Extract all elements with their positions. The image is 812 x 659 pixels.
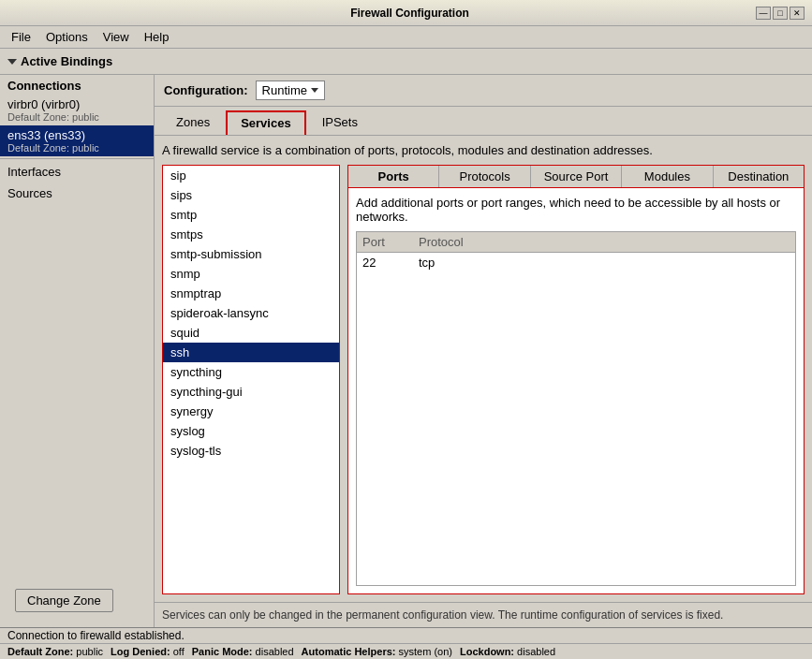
window-title: Firewall Configuration [64, 7, 756, 20]
lockdown-value: disabled [517, 646, 555, 657]
connection-zone-virbr0: Default Zone: public [7, 111, 146, 123]
menubar: File Options View Help [0, 26, 812, 49]
tab-ipsets[interactable]: IPSets [308, 110, 372, 135]
ports-tabs: Ports Protocols Source Port Modules Dest… [347, 165, 805, 188]
change-zone-button[interactable]: Change Zone [15, 589, 113, 612]
ports-tab-modules[interactable]: Modules [622, 166, 713, 187]
service-item-smtp[interactable]: smtp [163, 205, 339, 225]
tab-services[interactable]: Services [226, 110, 306, 135]
sidebar-divider [0, 158, 154, 159]
config-dropdown-value: Runtime [262, 83, 307, 97]
active-bindings-toggle[interactable]: Active Bindings [7, 54, 112, 68]
default-zone-status: Default Zone: public [7, 646, 103, 657]
service-item-sips[interactable]: sips [163, 185, 339, 205]
connection-name-ens33: ens33 (ens33) [7, 128, 146, 142]
menu-view[interactable]: View [96, 28, 137, 46]
menu-file[interactable]: File [4, 28, 38, 46]
minimize-button[interactable]: — [756, 7, 771, 20]
service-item-syncthing[interactable]: syncthing [163, 362, 339, 382]
default-zone-label: Default Zone: [7, 646, 73, 657]
service-item-synergy[interactable]: synergy [163, 402, 339, 421]
sidebar-connection-virbr0[interactable]: virbr0 (virbr0) Default Zone: public [0, 95, 154, 125]
table-row[interactable]: 22 tcp [357, 253, 795, 272]
service-item-sip[interactable]: sip [163, 166, 339, 185]
connection-zone-ens33: Default Zone: public [7, 142, 146, 154]
automatic-helpers-status: Automatic Helpers: system (on) [302, 646, 452, 657]
connections-header: Connections [0, 75, 154, 95]
content-area: A firewalld service is a combination of … [155, 136, 812, 602]
service-item-syslog[interactable]: syslog [163, 421, 339, 441]
menu-help[interactable]: Help [137, 28, 177, 46]
port-value: 22 [362, 256, 419, 270]
protocol-value: tcp [419, 256, 494, 270]
bottom-message: Services can only be changed in the perm… [155, 602, 812, 627]
titlebar: Firewall Configuration — □ ✕ [0, 0, 812, 26]
panic-mode-status: Panic Mode: disabled [192, 646, 294, 657]
right-content: Configuration: Runtime Zones Services IP… [155, 75, 812, 627]
ports-tab-destination[interactable]: Destination [714, 166, 804, 187]
ports-description: Add additional ports or port ranges, whi… [356, 196, 796, 224]
close-button[interactable]: ✕ [790, 7, 805, 20]
active-bindings-bar: Active Bindings [0, 49, 812, 75]
lockdown-label: Lockdown: [460, 646, 514, 657]
change-zone-area: Change Zone [0, 574, 154, 627]
automatic-helpers-label: Automatic Helpers: [302, 646, 396, 657]
service-item-snmp[interactable]: snmp [163, 264, 339, 284]
ports-table: Port Protocol 22 tcp [356, 231, 796, 586]
ports-tab-protocols[interactable]: Protocols [439, 166, 530, 187]
ports-panel: Ports Protocols Source Port Modules Dest… [347, 165, 805, 594]
panic-mode-value: disabled [256, 646, 294, 657]
default-zone-value: public [76, 646, 103, 657]
service-item-snmptrap[interactable]: snmptrap [163, 284, 339, 303]
ports-content: Add additional ports or port ranges, whi… [347, 188, 805, 594]
config-bar: Configuration: Runtime [155, 75, 812, 107]
menu-options[interactable]: Options [38, 28, 96, 46]
toggle-arrow-icon [7, 59, 17, 65]
col-header-protocol: Protocol [419, 235, 494, 249]
log-denied-status: Log Denied: off [111, 646, 185, 657]
config-dropdown[interactable]: Runtime [256, 81, 325, 100]
status-connection: Connection to firewalld established. [0, 627, 812, 643]
tab-zones[interactable]: Zones [162, 110, 224, 135]
status-bottom-bar: Default Zone: public Log Denied: off Pan… [0, 643, 812, 659]
services-description: A firewalld service is a combination of … [162, 143, 805, 157]
col-header-port: Port [362, 235, 419, 249]
connection-status-text: Connection to firewalld established. [7, 629, 185, 642]
automatic-helpers-value: system (on) [399, 646, 452, 657]
sidebar-item-sources[interactable]: Sources [0, 183, 154, 204]
connection-name-virbr0: virbr0 (virbr0) [7, 97, 146, 111]
services-ports-area: sip sips smtp smtps smtp-submission snmp… [162, 165, 805, 594]
sidebar: Connections virbr0 (virbr0) Default Zone… [0, 75, 155, 627]
window-controls: — □ ✕ [756, 7, 805, 20]
log-denied-value: off [173, 646, 185, 657]
service-item-syslog-tls[interactable]: syslog-tls [163, 441, 339, 461]
ports-table-header: Port Protocol [357, 232, 795, 253]
service-item-syncthing-gui[interactable]: syncthing-gui [163, 382, 339, 402]
active-bindings-label: Active Bindings [21, 54, 112, 68]
dropdown-arrow-icon [311, 88, 318, 93]
service-item-smtps[interactable]: smtps [163, 225, 339, 244]
ports-tab-ports[interactable]: Ports [348, 166, 439, 187]
service-item-spideroak[interactable]: spideroak-lansync [163, 303, 339, 323]
log-denied-label: Log Denied: [111, 646, 170, 657]
panic-mode-label: Panic Mode: [192, 646, 253, 657]
lockdown-status: Lockdown: disabled [460, 646, 555, 657]
service-item-smtp-submission[interactable]: smtp-submission [163, 244, 339, 264]
service-item-squid[interactable]: squid [163, 323, 339, 343]
services-list-container: sip sips smtp smtps smtp-submission snmp… [162, 165, 340, 594]
tabs-bar: Zones Services IPSets [155, 107, 812, 136]
sidebar-item-interfaces[interactable]: Interfaces [0, 161, 154, 183]
service-item-ssh[interactable]: ssh [163, 343, 339, 362]
sidebar-connection-ens33[interactable]: ens33 (ens33) Default Zone: public [0, 125, 154, 156]
config-label: Configuration: [164, 83, 248, 97]
ports-tab-source-port[interactable]: Source Port [531, 166, 622, 187]
maximize-button[interactable]: □ [773, 7, 788, 20]
